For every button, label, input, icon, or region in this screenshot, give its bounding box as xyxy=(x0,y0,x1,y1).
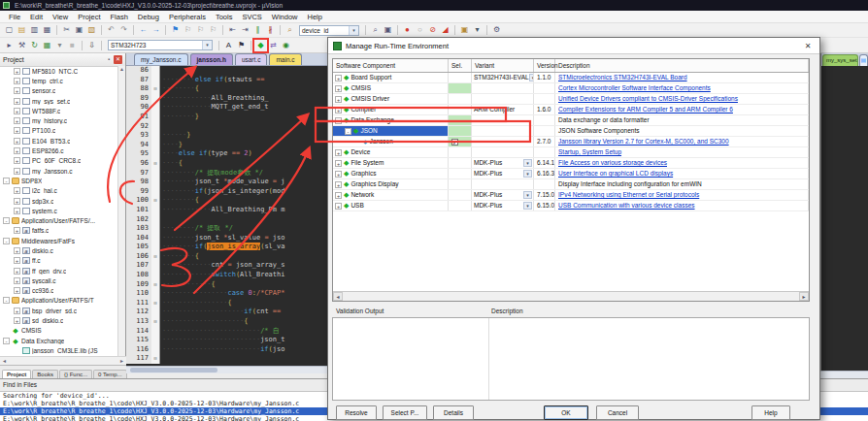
variant-cell[interactable] xyxy=(472,94,534,104)
expander-icon[interactable]: + xyxy=(14,168,20,175)
indent-right-icon[interactable]: ⇥ xyxy=(239,24,251,36)
component-row-board-support[interactable]: +◆Board SupportSTM32H743I-EVAL▾1.1.0STMi… xyxy=(333,73,809,83)
column-header-sel[interactable]: Sel. xyxy=(449,59,472,72)
pack-installer-icon[interactable]: ◉ xyxy=(280,40,292,51)
description-link[interactable]: Compiler Extensions for ARM Compiler 5 a… xyxy=(555,105,809,114)
breakpoint-kill-all-icon[interactable]: ⊘ xyxy=(426,24,439,36)
tree-item[interactable]: +aff_gen_drv.c xyxy=(0,266,118,275)
expander-icon[interactable]: - xyxy=(335,117,342,124)
find-icon[interactable]: ⌕ xyxy=(369,24,382,36)
rebuild-all-icon[interactable]: ↻ xyxy=(28,40,41,51)
expander-icon[interactable]: - xyxy=(345,128,351,135)
tree-item[interactable]: +E104_BT53.c xyxy=(0,136,118,146)
tree-item[interactable]: +i2c_hal.c xyxy=(0,186,118,196)
expander-icon[interactable]: + xyxy=(14,268,20,275)
uncomment-icon[interactable]: ∦ xyxy=(264,24,277,36)
expander-icon[interactable]: + xyxy=(335,160,342,167)
variant-cell[interactable] xyxy=(472,179,534,189)
tree-item[interactable]: +my_Jansson.c xyxy=(0,166,118,176)
tree-item[interactable]: -Application/User/FATFS/T xyxy=(0,296,118,306)
description-link[interactable]: Unified Device Drivers compliant to CMSI… xyxy=(555,94,809,104)
panel-tab-books[interactable]: Books xyxy=(32,370,58,378)
configure-tools-icon[interactable]: ⚙ xyxy=(490,24,503,36)
tree-item[interactable]: +WT588F.c xyxy=(0,106,118,115)
tree-item[interactable]: jansson_CM3LE.lib (JS xyxy=(0,345,118,355)
expander-icon[interactable]: + xyxy=(335,107,342,113)
resolve-button[interactable]: Resolve xyxy=(336,405,377,420)
close-icon[interactable]: ✕ xyxy=(114,55,122,64)
column-header-variant[interactable]: Variant xyxy=(472,59,534,72)
menu-svcs[interactable]: SVCS xyxy=(237,11,266,23)
menu-flash[interactable]: Flash xyxy=(106,11,133,23)
expander-icon[interactable]: + xyxy=(335,203,342,210)
tree-item[interactable]: -Middlewares/FatFs xyxy=(0,236,118,245)
variant-cell[interactable]: MDK-Plus▾ xyxy=(472,158,534,168)
chevron-down-icon[interactable]: ▾ xyxy=(349,26,358,35)
expander-icon[interactable]: + xyxy=(14,277,20,284)
table-hscrollbar[interactable]: ◄► xyxy=(333,291,809,301)
pin-icon[interactable]: ▪ xyxy=(104,53,114,66)
component-row-device[interactable]: +◆DeviceStartup, System Setup xyxy=(333,147,809,158)
sel-cell[interactable] xyxy=(449,201,472,210)
expander-icon[interactable]: - xyxy=(3,217,10,224)
component-row-json[interactable]: -◆JSONJSON Software Components xyxy=(333,126,809,137)
expander-icon[interactable]: + xyxy=(14,247,20,254)
component-row-graphics[interactable]: +◆GraphicsMDK-Plus▾6.16.3User Interface … xyxy=(333,169,809,179)
expander-icon[interactable]: + xyxy=(14,117,20,124)
expander-icon[interactable]: + xyxy=(335,149,342,156)
expander-icon[interactable]: + xyxy=(14,287,20,294)
target-select-combobox[interactable]: STM32H723▾ xyxy=(108,40,213,50)
column-header-description[interactable]: Description xyxy=(555,59,809,72)
ok-button[interactable]: OK xyxy=(544,405,588,420)
expander-icon[interactable]: + xyxy=(14,227,20,234)
tree-item[interactable]: +my_history.c xyxy=(0,115,118,125)
variant-cell[interactable] xyxy=(472,147,534,157)
scroll-right-icon[interactable]: ► xyxy=(117,357,126,365)
component-row-data-exchange[interactable]: -◆Data ExchangeData exchange or data for… xyxy=(333,115,809,126)
description-link[interactable]: User Interface on graphical LCD displays xyxy=(555,169,809,178)
tree-item[interactable]: +asd_diskio.c xyxy=(0,315,118,325)
undo-icon[interactable]: ↶ xyxy=(105,24,117,36)
variant-dropdown-icon[interactable]: ▾ xyxy=(523,191,532,199)
variant-dropdown-icon[interactable]: ▾ xyxy=(523,159,532,167)
menu-project[interactable]: Project xyxy=(73,11,105,23)
panel-tab-project[interactable]: Project xyxy=(2,370,31,378)
tree-item[interactable]: +PT100.c xyxy=(0,126,118,136)
expander-icon[interactable]: + xyxy=(335,75,342,81)
expander-icon[interactable]: + xyxy=(14,138,20,145)
validation-output-area[interactable] xyxy=(332,317,810,401)
variant-cell[interactable]: MDK-Plus▾ xyxy=(472,190,534,200)
component-row-network[interactable]: +◆NetworkMDK-Plus▾7.15.0IPv4 Networking … xyxy=(333,190,809,201)
editor-tab-jansson-h[interactable]: jansson.h xyxy=(190,53,233,65)
expander-icon[interactable]: + xyxy=(14,108,20,114)
tree-item[interactable]: -SDP8X xyxy=(0,176,118,185)
expander-icon[interactable]: + xyxy=(14,308,20,314)
manage-run-time-environment-icon[interactable]: ◆ xyxy=(254,40,267,51)
description-link[interactable]: USB Communication with various device cl… xyxy=(555,201,809,210)
fold-marker-icon[interactable]: ⊟ xyxy=(151,252,160,262)
expander-icon[interactable]: + xyxy=(335,85,342,92)
expander-icon[interactable]: + xyxy=(14,87,20,94)
component-row-usb[interactable]: +◆USBMDK-Plus▾6.15.0USB Communication wi… xyxy=(333,201,809,211)
expander-icon[interactable]: + xyxy=(14,147,20,154)
translate-file-icon[interactable]: ▸ xyxy=(3,40,16,51)
expander-icon[interactable]: + xyxy=(14,68,20,75)
indent-left-icon[interactable]: ⇤ xyxy=(226,24,239,36)
tree-item[interactable]: -◆Data Exchange xyxy=(0,336,118,345)
cut-icon[interactable]: ✂ xyxy=(60,24,73,36)
sel-cell[interactable] xyxy=(449,73,472,82)
component-row-cmsis[interactable]: +◆CMSISCortex Microcontroller Software I… xyxy=(333,83,809,94)
tree-item[interactable]: +my_sys_set.c xyxy=(0,96,118,106)
expander-icon[interactable]: - xyxy=(3,338,10,344)
menu-tools[interactable]: Tools xyxy=(211,11,238,23)
bookmark-clear-icon[interactable]: ⚐ xyxy=(207,24,219,36)
secondary-editor-scrollbar[interactable] xyxy=(820,371,868,378)
component-checkbox[interactable]: ✓ xyxy=(451,139,458,146)
navigate-back-icon[interactable]: ← xyxy=(137,24,150,36)
scroll-right-icon[interactable]: ► xyxy=(799,292,809,301)
fold-marker-icon[interactable]: ⊟ xyxy=(151,196,160,206)
sel-cell[interactable] xyxy=(449,115,472,125)
expander-icon[interactable]: + xyxy=(14,187,20,194)
tree-item[interactable]: +PC_60F_CRC8.c xyxy=(0,156,118,166)
batch-build-icon[interactable]: ▦ xyxy=(41,40,53,51)
